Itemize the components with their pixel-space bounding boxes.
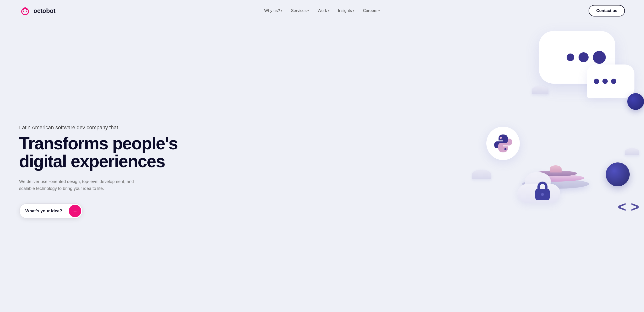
chevron-down-icon: ▾ (378, 9, 380, 12)
navbar: octobot Why us? ▾ Services ▾ Work ▾ Insi… (0, 0, 644, 22)
chat-bubble-small (587, 64, 634, 98)
hero-illustration: < > (420, 22, 644, 227)
purple-sphere-small (627, 93, 644, 110)
cta-button[interactable]: What's your idea? → (19, 203, 83, 218)
lock-icon (534, 182, 551, 201)
lock-body (535, 189, 550, 200)
chevron-down-icon: ▾ (328, 9, 330, 12)
hero-title: Transforms people's digital experiences (19, 134, 178, 170)
nav-careers[interactable]: Careers ▾ (360, 6, 383, 15)
platform-ring-inner (534, 170, 577, 176)
chat-bubble-large (539, 31, 615, 84)
logo-icon (19, 5, 31, 17)
lock-keyhole (541, 193, 544, 196)
platform-top (550, 165, 562, 172)
svg-point-6 (500, 137, 502, 139)
nav-services[interactable]: Services ▾ (288, 6, 312, 15)
python-icon (493, 133, 513, 154)
dome-decoration-3 (532, 86, 548, 94)
lock-shackle (538, 182, 548, 189)
chevron-down-icon: ▾ (308, 9, 309, 12)
svg-point-4 (26, 11, 27, 12)
bubble-dot-3 (593, 51, 606, 64)
hero-description: We deliver user-oriented design, top-lev… (19, 178, 148, 192)
bracket-open: < (618, 198, 626, 215)
cta-label: What's your idea? (20, 205, 68, 217)
cloud-shape (518, 174, 565, 203)
bracket-close: > (631, 198, 639, 215)
code-brackets: < > (618, 198, 639, 215)
platform-base (522, 179, 589, 189)
bubble-dot-1 (566, 54, 574, 61)
svg-rect-5 (24, 7, 26, 9)
brand-name: octobot (34, 7, 56, 14)
cloud-top (524, 172, 551, 191)
bubble-dot-sm-3 (611, 78, 616, 84)
logo-link[interactable]: octobot (19, 5, 56, 17)
chevron-down-icon: ▾ (281, 9, 282, 12)
dome-decoration-1 (472, 170, 491, 179)
nav-insights[interactable]: Insights ▾ (335, 6, 358, 15)
svg-point-7 (504, 148, 506, 150)
platform-pedestal (520, 150, 592, 189)
hero-section: Latin American software dev company that… (0, 22, 644, 312)
cloud-body (518, 184, 560, 203)
bubble-dot-sm-1 (594, 78, 599, 84)
hero-subtitle: Latin American software dev company that (19, 124, 178, 131)
platform-ring-outer (527, 174, 584, 182)
nav-links: Why us? ▾ Services ▾ Work ▾ Insights ▾ C (261, 6, 383, 15)
cta-arrow-icon: → (69, 205, 81, 217)
contact-button[interactable]: Contact us (588, 5, 625, 16)
bubble-dot-sm-2 (602, 78, 608, 84)
nav-why-us[interactable]: Why us? ▾ (261, 6, 286, 15)
nav-work[interactable]: Work ▾ (314, 6, 332, 15)
purple-sphere-large (606, 162, 630, 186)
python-logo-circle (486, 126, 520, 160)
svg-point-3 (23, 11, 24, 12)
hero-content: Latin American software dev company that… (19, 124, 178, 219)
dome-decoration-2 (625, 148, 639, 155)
chevron-down-icon: ▾ (353, 9, 354, 12)
bubble-dot-2 (578, 52, 588, 62)
